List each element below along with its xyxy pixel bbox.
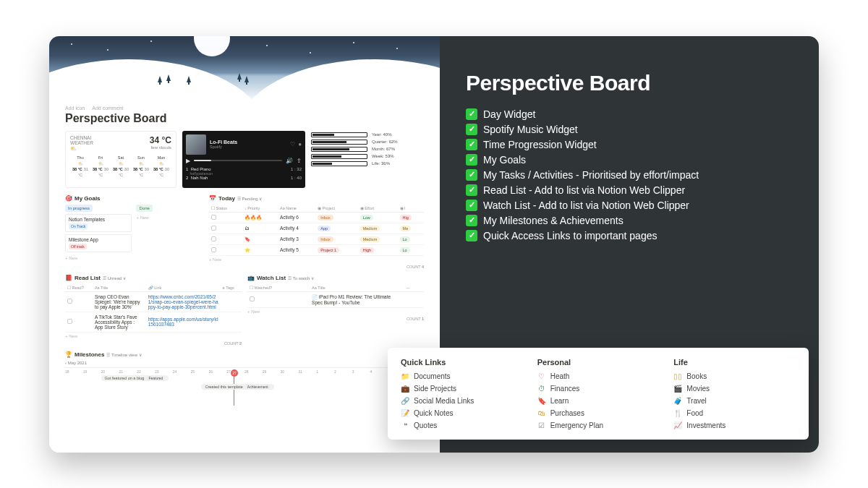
quicklink-item[interactable]: 🎬Movies (673, 385, 796, 393)
weather-temp: 34 °C (150, 135, 171, 145)
view-selector[interactable]: ☰ Unread ∨ (103, 275, 126, 281)
quick-links-overlay: Quick Links📁Documents💼Side Projects🔗Soci… (388, 348, 809, 440)
link-icon: 🔗 (401, 397, 409, 405)
quicklink-item[interactable]: 📁Documents (401, 372, 523, 380)
table-row[interactable]: 📄 iPad Pro M1 Review: The Ultimate Spec … (247, 291, 424, 307)
link-icon: ⏱ (537, 385, 546, 393)
new-goal-button[interactable]: + New (136, 214, 203, 221)
add-icon-button[interactable]: Add icon (65, 106, 85, 111)
quicklinks-column: Life▯▯Books🎬Movies🧳Travel🍴Food📈Investmen… (673, 358, 796, 429)
feature-item: ✓Watch List - Add to list via Notion Web… (466, 200, 793, 211)
quicklink-item[interactable]: ❝Quotes (401, 421, 523, 429)
moon-icon (194, 36, 230, 56)
new-task-button[interactable]: + New (209, 256, 424, 263)
progress-row: Quarter: 62% (311, 140, 424, 145)
watchlist-table: ☐ Watched? Aa Title ⋯ 📄 iPad Pro M1 Revi… (247, 284, 424, 308)
table-row[interactable]: ⭐Activity 5Project 1HighLo (209, 244, 424, 255)
notion-page: Add icon Add comment Perspective Board C… (49, 36, 440, 453)
book-icon: 📕 (65, 275, 72, 281)
new-goal-button[interactable]: + New (65, 254, 132, 262)
goals-section: 🎯 My Goals In progress Notion TemplatesO… (65, 195, 203, 269)
quicklink-item[interactable]: ♡Heath (537, 372, 660, 380)
page-title: Perspective Board (49, 111, 440, 131)
quicklink-item[interactable]: ▯▯Books (673, 372, 796, 380)
spotify-track[interactable]: 2 Nah Nah 1 : 40 (186, 176, 302, 184)
milestone-item[interactable]: Got featured on a blog Featured (101, 375, 169, 381)
progress-row: Life: 36% (311, 161, 424, 166)
checkbox[interactable] (211, 215, 216, 220)
cover-image (49, 36, 440, 103)
quicklink-item[interactable]: 🔖Learn (537, 397, 660, 405)
quicklink-item[interactable]: ☑Emergency Plan (537, 421, 660, 429)
progress-bar[interactable] (194, 160, 282, 161)
checkbox[interactable] (67, 299, 72, 304)
quicklink-item[interactable]: 📈Investments (673, 421, 796, 429)
link-icon: 💼 (401, 385, 409, 393)
checkbox[interactable] (67, 319, 72, 324)
add-comment-button[interactable]: Add comment (92, 106, 123, 111)
weather-location: CHENNAI (70, 135, 93, 140)
link-icon: 🛍 (537, 409, 546, 417)
link-icon: 🎬 (673, 385, 682, 393)
quicklink-item[interactable]: 📝Quick Notes (401, 409, 523, 417)
today-section: 📅 Today ☰ Pending ∨ ☐ Status ↓ Priority … (209, 195, 424, 269)
goal-card[interactable]: Milestone AppOff track (65, 234, 132, 252)
link-icon: 📝 (401, 409, 409, 417)
table-row[interactable]: 🔖Activity 3InboxMediumLo (209, 234, 424, 244)
goals-col-done[interactable]: Done (136, 205, 152, 212)
heart-icon[interactable]: ♡ (290, 141, 295, 147)
weather-day: Thu⛅38 °C31 °C (70, 155, 90, 179)
quicklinks-column: Personal♡Heath⏱Finances🔖Learn🛍Purchases☑… (537, 358, 660, 429)
volume-icon[interactable]: 🔊 (286, 158, 293, 164)
quicklinks-heading: Personal (537, 358, 660, 367)
view-selector[interactable]: ☰ Timeline view ∨ (106, 352, 141, 357)
album-art (186, 134, 206, 155)
milestone-item[interactable]: Created this template Achievement (201, 384, 273, 390)
quicklink-item[interactable]: 💼Side Projects (401, 385, 523, 393)
check-icon: ✓ (466, 169, 477, 181)
link-icon: ☑ (537, 421, 546, 429)
watchlist-section: 📺 Watch List ☰ To watch ∨ ☐ Watched? Aa … (247, 275, 424, 346)
spotify-icon: ● (298, 141, 302, 147)
view-selector[interactable]: ☰ To watch ∨ (288, 275, 314, 281)
link-icon: ▯▯ (673, 372, 682, 380)
table-row[interactable]: 🔥🔥🔥Activity 6InboxLowHig (209, 212, 424, 223)
calendar-icon: 📅 (209, 195, 216, 202)
quicklinks-heading: Quick Links (401, 358, 523, 367)
new-watch-button[interactable]: + New (247, 308, 424, 315)
quicklink-item[interactable]: ⏱Finances (537, 385, 660, 393)
share-icon[interactable]: ⇪ (297, 158, 302, 164)
feature-item: ✓Read List - Add to list via Notion Web … (466, 184, 793, 196)
quicklinks-column: Quick Links📁Documents💼Side Projects🔗Soci… (401, 358, 523, 429)
check-icon: ✓ (466, 124, 477, 135)
view-selector[interactable]: ☰ Pending ∨ (237, 196, 262, 201)
weather-day: Mon⛅38 °C30 °C (151, 155, 171, 179)
feature-item: ✓Day Widget (466, 108, 793, 120)
checkbox[interactable] (211, 236, 216, 241)
feature-item: ✓My Goals (466, 154, 793, 166)
link-icon: 🧳 (673, 397, 682, 405)
weather-widget: CHENNAI WEATHER ⛅ 34 °C few clouds Thu⛅3… (65, 131, 176, 188)
checkbox[interactable] (211, 247, 216, 252)
feature-item: ✓My Tasks / Activities - Prioritised by … (466, 169, 793, 181)
time-progress-widget: Year: 40%Quarter: 62%Month: 67%Week: 53%… (311, 131, 424, 188)
weather-day: Fri⛅38 °C30 °C (90, 155, 111, 179)
spotify-track[interactable]: 1 Red Piano haffypatterson1 : 32 (186, 167, 302, 176)
quicklink-item[interactable]: 🧳Travel (673, 397, 796, 405)
trophy-icon: 🏆 (65, 351, 72, 358)
table-row[interactable]: A TikTok Star's Fave Accessibility Apps … (65, 312, 242, 332)
table-row[interactable]: Snap CEO Evan Spiegel: 'We're happy to p… (65, 291, 242, 312)
quicklinks-heading: Life (673, 358, 796, 367)
feature-item: ✓My Milestones & Achievements (466, 215, 793, 226)
quicklink-item[interactable]: 🔗Social Media Links (401, 397, 523, 405)
quicklink-item[interactable]: 🍴Food (673, 409, 796, 417)
goals-col-inprogress[interactable]: In progress (65, 205, 93, 212)
play-button[interactable]: ▶ (186, 158, 190, 164)
quicklink-item[interactable]: 🛍Purchases (537, 409, 660, 417)
checkbox[interactable] (250, 296, 255, 301)
checkbox[interactable] (211, 226, 216, 231)
feature-item: ✓Time Progression Widget (466, 139, 793, 150)
goal-card[interactable]: Notion TemplatesOn Track (65, 214, 132, 232)
new-read-button[interactable]: + New (65, 333, 242, 340)
table-row[interactable]: 🗂Activity 4AppMediumMe (209, 223, 424, 234)
